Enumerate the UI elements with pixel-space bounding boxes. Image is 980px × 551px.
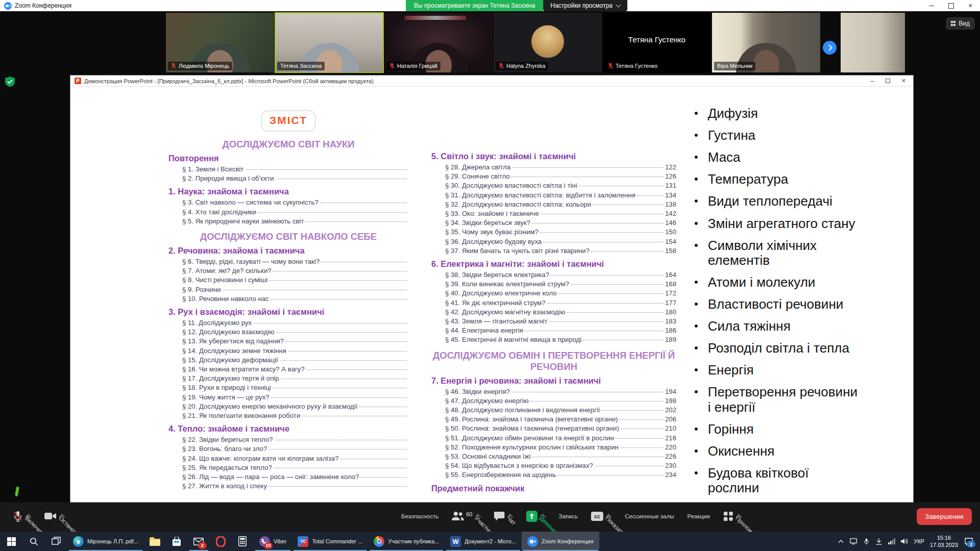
monitor-icon[interactable]: [850, 538, 857, 545]
приложения-button[interactable]: Приложения: [717, 503, 748, 532]
toc-section-heading: 7. Енергія і речовина: знайомі і таємнич…: [431, 376, 676, 386]
powerpoint-icon: P: [75, 78, 81, 84]
chevron-up-icon[interactable]: Включить звук: [26, 514, 31, 519]
meeting-stage: Людмила МіронецьТетяна ЗасєкінаНаталія Г…: [0, 11, 980, 532]
chevron-up-icon[interactable]: Приложения: [736, 514, 742, 519]
toc-entry: § 47. Досліджуємо енергію198: [431, 396, 676, 406]
показать-субтитры-button[interactable]: ccПоказать субтитры: [584, 503, 618, 532]
restore-button[interactable]: [941, 0, 961, 11]
action-center-icon[interactable]: 2: [964, 536, 974, 546]
toc-entry: § 35. Чому звук буває різним?150: [431, 228, 676, 237]
keyword-item: •Сила тяжіння: [694, 319, 863, 334]
toc-entry: § 36. Досліджуємо будову вуха154: [431, 237, 676, 246]
chevron-up-icon[interactable]: Остановить видео: [59, 514, 65, 519]
video-tile-2[interactable]: Тетяна Засєкіна: [275, 13, 383, 72]
keyword-item: •Маса: [694, 150, 863, 165]
search-icon[interactable]: [22, 532, 45, 551]
partial-video-tile: [841, 13, 905, 72]
включить-звук-button[interactable]: Включить звук: [6, 503, 38, 532]
participant-count: 60: [466, 511, 472, 517]
toc-entry: § 11. Досліджуємо рух: [168, 318, 408, 328]
participant-display-name: Тетяна Густенко: [603, 35, 711, 44]
download-icon[interactable]: [875, 538, 883, 545]
taskbar-app-word[interactable]: WДокумент2 - Micro...: [445, 532, 522, 551]
taskbar-clock[interactable]: 15:1617.03.2023: [930, 534, 958, 549]
реакции-button[interactable]: Реакции: [680, 503, 716, 532]
video-tile-3[interactable]: Наталія Грицай: [384, 13, 493, 72]
video-tile-5[interactable]: Тетяна ГустенкоТетяна Густенко: [603, 13, 711, 72]
keyword-item: •Енергія: [694, 363, 863, 378]
taskbar-app-viber[interactable]: 10Viber: [254, 532, 292, 551]
volume-icon[interactable]: [901, 538, 908, 545]
taskbar-app-chrome[interactable]: Участник публика...: [368, 532, 445, 551]
taskbar-app-calculator[interactable]: [232, 532, 254, 551]
chevron-up-icon[interactable]: Чат: [507, 514, 512, 519]
next-participants-button[interactable]: [823, 41, 837, 55]
taskbar-app-edge[interactable]: eМіронець Л.П..pdf...: [67, 532, 144, 551]
chevron-up-icon[interactable]: Показать субтитры: [606, 514, 611, 519]
cc-icon: cc: [591, 512, 603, 521]
ppt-close-button[interactable]: ✕: [901, 78, 906, 84]
meeting-info-shield-icon[interactable]: [5, 77, 15, 87]
keyword-item: •Перетворення речовини і енергії: [694, 385, 863, 414]
toc-entry: § 16. Чи можна втратити масу? А вагу?: [168, 365, 408, 374]
безопасность-button[interactable]: Безопасность: [395, 503, 445, 532]
taskbar-app-mail[interactable]: 2: [188, 532, 210, 551]
taskbar-app-file-explorer[interactable]: [144, 532, 166, 551]
taskbar-app-total-commander[interactable]: TCTotal Commander ...: [292, 532, 368, 551]
toc-section-heading: 5. Світло і звук: знайомі і таємничі: [431, 152, 676, 161]
view-options-button[interactable]: Настройки просмотра: [544, 0, 628, 11]
keyword-item: •Горіння: [694, 422, 863, 437]
close-button[interactable]: ×: [961, 0, 980, 11]
taskbar-app-zoom[interactable]: Zoom Конференция: [522, 532, 599, 551]
чат-button[interactable]: Чат: [487, 503, 519, 532]
taskbar-app-store[interactable]: [166, 532, 188, 551]
video-tile-6[interactable]: Віра Мельник: [712, 13, 820, 72]
keyword-item: •Дифузія: [694, 106, 863, 121]
запись-button[interactable]: Запись: [552, 503, 584, 532]
toc-entry: § 21. Як полегшити виконання роботи: [168, 411, 408, 420]
taskbar-app-label: Total Commander ...: [312, 538, 362, 544]
chevron-up-icon[interactable]: Участники: [475, 514, 480, 519]
minimize-button[interactable]: [922, 0, 941, 11]
language-indicator[interactable]: УКР: [914, 538, 924, 544]
toc-part-heading: ДОСЛІДЖУЄМО ОБМІН І ПЕРЕТВОРЕННЯ ЕНЕРГІЇ…: [431, 350, 676, 372]
powerpoint-titlebar: P Демонстрация PowerPoint - [Природничі_…: [70, 76, 913, 87]
toc-entry: § 10. Речовини навколо нас: [168, 294, 408, 304]
participant-name-label: Людмила Міронець: [168, 62, 232, 70]
chevron-up-icon[interactable]: [837, 538, 844, 545]
chevron-up-icon[interactable]: Демонстрация экрана: [540, 514, 545, 519]
keyword-item: •Розподіл світла і тепла: [694, 341, 863, 356]
apps-icon: [723, 511, 733, 521]
task-view-icon[interactable]: [45, 532, 67, 551]
toc-entry: § 12. Досліджуємо взаємодію: [168, 328, 408, 337]
end-meeting-button[interactable]: Завершение: [917, 508, 972, 525]
network-icon[interactable]: [888, 538, 895, 545]
ppt-minimize-button[interactable]: [870, 78, 874, 84]
демонстрация-экрана-button[interactable]: Демонстрация экрана: [519, 503, 552, 532]
breakout-rooms-icon: Сессионные залы: [625, 513, 674, 519]
toc-section-heading: 4. Тепло: знайоме і таємниче: [168, 424, 408, 434]
taskbar-app-label: Документ2 - Micro...: [464, 538, 516, 544]
участники-button[interactable]: 60Участники: [445, 503, 487, 532]
toc-entry: § 3. Світ навколо — система чи сукупніст…: [168, 198, 408, 207]
video-tile-4[interactable]: Halyna Zhyrska: [494, 13, 602, 72]
mic-icon[interactable]: [863, 538, 870, 545]
ppt-restore-button[interactable]: [886, 78, 890, 84]
остановить-видео-button[interactable]: Остановить видео: [38, 503, 71, 532]
participant-name-label: Тетяна Густенко: [605, 62, 660, 70]
toc-entry: § 52. Походження культурних рослин і сві…: [431, 443, 676, 452]
toc-title: ЗМІСТ: [261, 110, 316, 132]
view-button[interactable]: Вид: [946, 17, 975, 30]
toc-entry: § 38. Звідки береться електрика?164: [431, 270, 676, 280]
keyword-item: •Будова квіткової рослини: [694, 466, 863, 495]
taskbar-app-opera[interactable]: [210, 532, 232, 551]
video-tile-1[interactable]: Людмила Міронець: [166, 13, 274, 72]
сессионные-залы-button[interactable]: Сессионные залы: [618, 503, 680, 532]
start-button[interactable]: [0, 532, 22, 551]
annotate-pencil-icon[interactable]: [9, 481, 26, 498]
toc-section-heading: 3. Рух і взаємодія: знайомі і таємничі: [168, 307, 408, 317]
svg-text:cc: cc: [595, 514, 601, 519]
toc-entry: § 7. Атоми: які? де? скільки?: [168, 266, 408, 276]
toc-entry: § 44. Електрична енергія186: [431, 326, 676, 335]
